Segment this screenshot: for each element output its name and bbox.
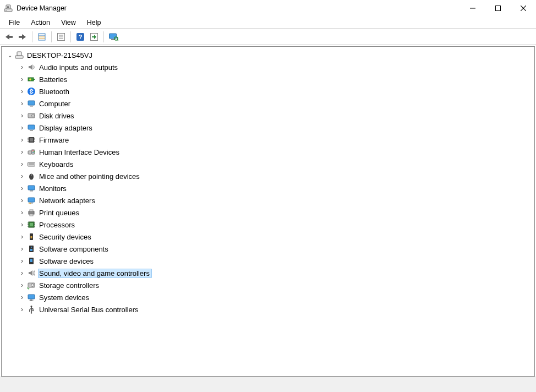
hid-icon — [27, 148, 36, 156]
tree-item-label: Software devices — [38, 257, 96, 266]
svg-rect-58 — [30, 190, 33, 192]
svg-rect-1 — [6, 10, 7, 10]
chevron-right-icon[interactable] — [18, 100, 26, 107]
toolbar-properties[interactable] — [35, 30, 48, 43]
chevron-right-icon[interactable] — [18, 172, 26, 180]
close-button[interactable] — [511, 0, 536, 17]
svg-rect-38 — [30, 130, 33, 131]
menu-view[interactable]: View — [57, 18, 80, 28]
toolbar-help[interactable]: ? — [74, 30, 87, 43]
chevron-right-icon[interactable] — [18, 245, 26, 253]
svg-rect-82 — [30, 300, 32, 301]
chevron-right-icon[interactable] — [18, 293, 26, 301]
chevron-right-icon[interactable] — [18, 124, 26, 132]
tree-item-hid[interactable]: Human Interface Devices — [18, 146, 534, 158]
tree-item-usb[interactable]: Universal Serial Bus controllers — [18, 303, 534, 315]
display-icon — [27, 123, 36, 132]
status-bar — [0, 377, 536, 392]
tree-root-node[interactable]: DESKTOP-21S45VJ — [6, 49, 534, 61]
svg-rect-28 — [17, 52, 21, 56]
tree-item-swcomp[interactable]: Software components — [18, 243, 534, 255]
svg-rect-76 — [30, 249, 32, 251]
svg-rect-62 — [30, 210, 33, 211]
chevron-right-icon[interactable] — [18, 209, 26, 216]
tree-item-storage[interactable]: Storage controllers — [18, 279, 534, 291]
chevron-right-icon[interactable] — [18, 75, 26, 83]
security-icon — [27, 232, 36, 241]
chevron-right-icon[interactable] — [18, 257, 26, 265]
tree-item-bluetooth[interactable]: Bluetooth — [18, 85, 534, 97]
keyboards-icon — [27, 160, 36, 168]
minimize-button[interactable] — [460, 0, 485, 17]
toolbar-details[interactable] — [54, 30, 68, 43]
svg-rect-86 — [29, 311, 30, 312]
menu-file[interactable]: File — [4, 18, 24, 28]
app-icon — [4, 4, 13, 13]
tree-panel[interactable]: DESKTOP-21S45VJAudio inputs and outputsB… — [1, 46, 535, 377]
maximize-button[interactable] — [485, 0, 511, 17]
tree-item-swdev[interactable]: Software devices — [18, 255, 534, 267]
toolbar-forward[interactable] — [16, 30, 29, 43]
tree-item-label: Computer — [38, 99, 73, 108]
tree-item-label: Monitors — [38, 184, 69, 193]
chevron-right-icon[interactable] — [18, 63, 26, 71]
chevron-right-icon[interactable] — [18, 306, 26, 313]
tree-item-display[interactable]: Display adapters — [18, 122, 534, 134]
svg-rect-78 — [30, 259, 32, 262]
tree-item-audio[interactable]: Audio inputs and outputs — [18, 61, 534, 73]
svg-rect-83 — [29, 301, 34, 301]
tree-item-label: Display adapters — [38, 123, 95, 133]
menu-bar: File Action View Help — [0, 17, 536, 29]
tree-item-keyboards[interactable]: Keyboards — [18, 158, 534, 170]
toolbar-monitor[interactable] — [107, 30, 120, 43]
svg-rect-73 — [31, 236, 32, 238]
tree-item-label: Bluetooth — [38, 87, 72, 96]
chevron-right-icon[interactable] — [18, 269, 26, 277]
swdev-icon — [27, 257, 36, 265]
svg-point-85 — [31, 306, 32, 307]
storage-icon — [27, 281, 36, 290]
chevron-down-icon[interactable] — [6, 52, 14, 58]
processors-icon — [27, 220, 36, 229]
tree-item-processors[interactable]: Processors — [18, 219, 534, 231]
tree-item-label: Human Interface Devices — [38, 148, 122, 157]
network-icon — [27, 196, 36, 205]
tree-item-label: Audio inputs and outputs — [38, 63, 120, 72]
tree-item-network[interactable]: Network adapters — [18, 194, 534, 206]
tree-item-computer[interactable]: Computer — [18, 97, 534, 110]
chevron-right-icon[interactable] — [18, 184, 26, 192]
toolbar-scan[interactable] — [87, 30, 101, 43]
tree-item-disk[interactable]: Disk drives — [18, 110, 534, 122]
toolbar-back[interactable] — [2, 30, 15, 43]
chevron-right-icon[interactable] — [18, 160, 26, 168]
tree-item-firmware[interactable]: Firmware — [18, 134, 534, 146]
tree-item-label: Universal Serial Bus controllers — [38, 305, 141, 314]
tree-item-batteries[interactable]: Batteries — [18, 73, 534, 85]
svg-rect-81 — [28, 295, 35, 299]
tree-item-security[interactable]: Security devices — [18, 231, 534, 243]
chevron-right-icon[interactable] — [18, 148, 26, 156]
chevron-right-icon[interactable] — [18, 136, 26, 144]
svg-rect-47 — [28, 151, 31, 154]
chevron-right-icon[interactable] — [18, 281, 26, 289]
svg-point-51 — [34, 151, 35, 153]
chevron-right-icon[interactable] — [18, 221, 26, 228]
svg-rect-40 — [30, 138, 33, 141]
svg-rect-2 — [6, 5, 10, 9]
chevron-right-icon[interactable] — [18, 112, 26, 119]
chevron-right-icon[interactable] — [18, 88, 26, 95]
menu-help[interactable]: Help — [83, 18, 106, 28]
menu-action[interactable]: Action — [26, 18, 54, 28]
chevron-right-icon[interactable] — [18, 233, 26, 241]
svg-point-87 — [32, 310, 34, 311]
tree-item-mice[interactable]: Mice and other pointing devices — [18, 170, 534, 182]
svg-rect-63 — [30, 214, 33, 216]
tree-item-system[interactable]: System devices — [18, 291, 534, 303]
svg-rect-37 — [28, 125, 35, 129]
chevron-right-icon[interactable] — [18, 197, 26, 204]
tree-item-sound[interactable]: Sound, video and game controllers — [18, 267, 534, 279]
tree-item-print[interactable]: Print queues — [18, 206, 534, 219]
toolbar-separator — [70, 31, 71, 42]
tree-item-monitors[interactable]: Monitors — [18, 182, 534, 194]
svg-marker-88 — [30, 313, 32, 314]
